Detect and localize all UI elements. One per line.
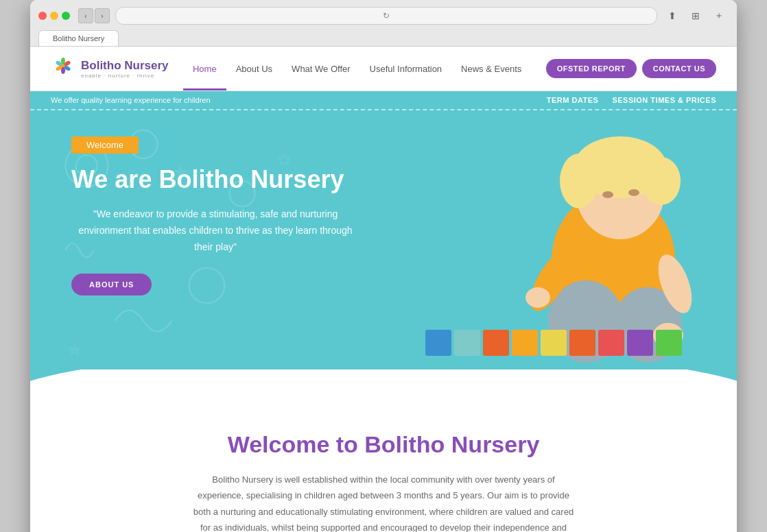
info-bar: We offer quality learning experience for… (30, 91, 737, 109)
minimize-button[interactable] (50, 12, 58, 20)
ofsted-report-button[interactable]: OFSTED REPORT (546, 59, 637, 78)
logo-icon (51, 56, 75, 81)
hero-title: We are Bolitho Nursery (71, 165, 414, 194)
welcome-title: Welcome to Bolitho Nursery (113, 431, 654, 458)
info-bar-text: We offer quality learning experience for… (51, 96, 211, 104)
nav-about[interactable]: About Us (226, 58, 282, 80)
nav-home[interactable]: Home (183, 58, 226, 80)
block-red (598, 330, 624, 356)
logo-text: Bolitho Nursery enable · nurture · thriv… (81, 59, 169, 79)
refresh-icon: ↻ (383, 11, 390, 21)
contact-us-button[interactable]: CONTACT US (642, 59, 716, 78)
block-purple (627, 330, 653, 356)
maximize-button[interactable] (62, 12, 70, 20)
svg-point-28 (526, 287, 550, 308)
browser-tab[interactable]: Bolitho Nursery (38, 30, 119, 46)
hero-content: Welcome We are Bolitho Nursery "We endea… (71, 136, 414, 295)
welcome-badge: Welcome (71, 136, 139, 154)
session-times-link[interactable]: SESSION TIMES & PRICES (612, 96, 716, 104)
svg-point-21 (602, 191, 613, 198)
welcome-body: Bolitho Nursery is well established with… (191, 472, 576, 532)
logo-tagline: enable · nurture · thrive (81, 73, 169, 79)
main-nav: Home About Us What We Offer Useful Infor… (183, 58, 531, 80)
hero-section: ★ ♥ ★ ✿ Welcome We are Bolitho Nursery "… (30, 109, 737, 370)
site-header: Bolitho Nursery enable · nurture · thriv… (30, 47, 737, 91)
nav-useful-info[interactable]: Useful Information (360, 58, 452, 80)
logo-name: Bolitho Nursery (81, 59, 169, 73)
about-us-button[interactable]: ABOUT US (71, 274, 152, 295)
svg-text:★: ★ (66, 339, 84, 361)
block-orange2 (569, 330, 595, 356)
website-content: Bolitho Nursery enable · nurture · thriv… (30, 47, 737, 532)
hero-quote: "We endeavor to provide a stimulating, s… (71, 206, 359, 255)
wave-separator (30, 370, 737, 404)
block-orange1 (483, 330, 509, 356)
info-bar-links: TERM DATES SESSION TIMES & PRICES (547, 96, 716, 104)
browser-actions: ⬆ ⊞ ＋ (663, 8, 729, 23)
nav-news-events[interactable]: News & Events (451, 58, 531, 80)
address-bar[interactable]: ↻ (115, 7, 657, 25)
svg-point-20 (642, 157, 681, 205)
hero-dashed-line (30, 109, 737, 110)
browser-chrome: ‹ › ↻ ⬆ ⊞ ＋ Bolitho Nursery (30, 0, 737, 47)
traffic-lights (38, 12, 70, 20)
term-dates-link[interactable]: TERM DATES (547, 96, 599, 104)
colored-blocks-row (425, 330, 682, 356)
tab-bar: Bolitho Nursery (38, 30, 729, 46)
svg-point-19 (560, 154, 598, 208)
bookmark-button[interactable]: ⊞ (686, 8, 705, 23)
share-button[interactable]: ⬆ (663, 8, 682, 23)
svg-point-22 (628, 189, 639, 196)
welcome-section: Welcome to Bolitho Nursery Bolitho Nurse… (30, 404, 737, 532)
block-teal (454, 330, 480, 356)
block-blue (425, 330, 451, 356)
block-yellow (512, 330, 538, 356)
browser-window: ‹ › ↻ ⬆ ⊞ ＋ Bolitho Nursery (30, 0, 737, 532)
browser-nav-arrows: ‹ › (78, 8, 110, 23)
block-green (656, 330, 682, 356)
new-tab-button[interactable]: ＋ (709, 8, 729, 23)
back-button[interactable]: ‹ (78, 8, 93, 23)
logo-area: Bolitho Nursery enable · nurture · thriv… (51, 56, 169, 81)
nav-what-we-offer[interactable]: What We Offer (282, 58, 360, 80)
nav-buttons: OFSTED REPORT CONTACT US (546, 59, 716, 78)
close-button[interactable] (38, 12, 47, 20)
forward-button[interactable]: › (95, 8, 110, 23)
block-lime (541, 330, 567, 356)
